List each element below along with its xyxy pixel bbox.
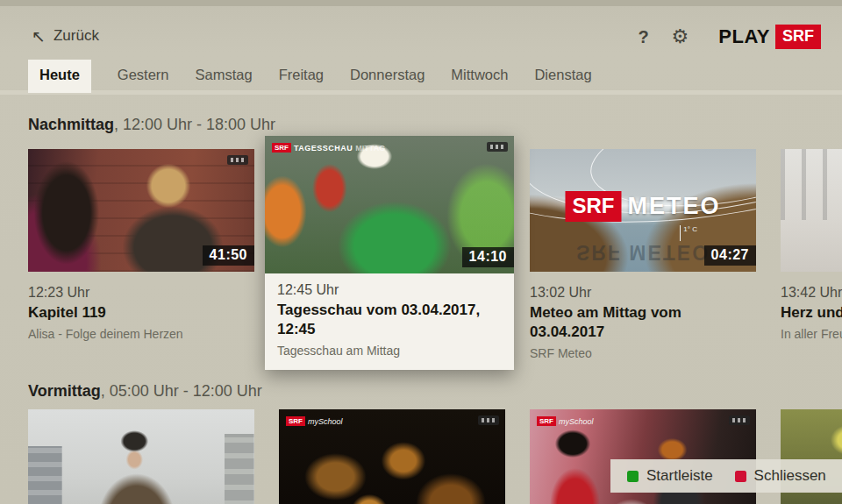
top-strip	[0, 0, 842, 6]
tab-gestern[interactable]: Gestern	[118, 60, 169, 93]
top-right-controls: ? ⚙ PLAY SRF	[638, 25, 821, 49]
channel-bug-icon	[729, 415, 750, 425]
logo-main-text: METEO	[627, 193, 720, 220]
srf-logo-badge: SRF	[272, 143, 291, 153]
section-time-range: , 12:00 Uhr - 18:00 Uhr	[114, 116, 275, 133]
program-card-tagesschau-selected[interactable]: SRF TAGESSCHAU MITTAG 14:10 12:45 Uhr Ta…	[265, 136, 514, 370]
srf-myschool-logo: SRF mySchool	[286, 416, 343, 426]
hint-green-label: Startleiste	[646, 467, 713, 485]
thumbnail-image: SRF TAGESSCHAU MITTAG 14:10	[265, 136, 514, 273]
tab-donnerstag[interactable]: Donnerstag	[350, 60, 425, 93]
screen: ↖ Zurück ? ⚙ PLAY SRF Heute Gestern Sams…	[0, 0, 842, 504]
tagesschau-logo: SRF TAGESSCHAU MITTAG	[272, 143, 385, 153]
thumbnail-image: SRF METEO SRF METEO 1° C 04:27	[530, 149, 756, 272]
program-card-kapitel-119[interactable]: 41:50 12:23 Uhr Kapitel 119 Alisa - Folg…	[28, 149, 254, 341]
tab-mittwoch[interactable]: Mittwoch	[451, 60, 508, 93]
duration-badge: 04:27	[704, 245, 756, 266]
program-card-street[interactable]	[28, 409, 254, 504]
tab-samstag[interactable]: Samstag	[196, 60, 253, 93]
temperature-label: 1° C	[680, 225, 697, 241]
section-header-nachmittag: Nachmittag, 12:00 Uhr - 18:00 Uhr	[28, 116, 275, 134]
thumbnail-image: SRF mySchool	[279, 409, 505, 504]
logo-reflection: SRF METEO	[576, 240, 710, 264]
red-key-icon	[735, 471, 746, 482]
section-time-range: , 05:00 Uhr - 12:00 Uhr	[101, 382, 262, 400]
duration-badge: 14:10	[462, 247, 514, 267]
card-caption: 13:42 Uhr Herz und M In aller Freun	[781, 272, 842, 341]
time-label: 12:45 Uhr	[277, 282, 502, 298]
show-label: Alisa - Folge deinem Herzen	[28, 327, 254, 341]
back-label: Zurück	[54, 27, 99, 45]
program-card-herz-und-mut[interactable]: 13:42 Uhr Herz und M In aller Freun	[781, 149, 842, 341]
card-caption: 12:23 Uhr Kapitel 119 Alisa - Folge dein…	[28, 272, 254, 341]
brand-srf-badge: SRF	[775, 25, 821, 49]
program-card-meteo[interactable]: SRF METEO SRF METEO 1° C 04:27 13:02 Uhr…	[530, 149, 756, 360]
logo-main-text: TAGESSCHAU	[294, 144, 353, 153]
program-card-ants[interactable]: SRF mySchool	[279, 409, 505, 504]
channel-bug-icon	[227, 155, 248, 165]
logo-sub-text: MITTAG	[355, 144, 385, 153]
thumbnail-image: 41:50	[28, 149, 254, 272]
back-arrow-icon: ↖	[32, 28, 46, 45]
time-label: 13:02 Uhr	[530, 285, 756, 301]
title-label: Kapitel 119	[28, 303, 254, 323]
section-title: Nachmittag	[28, 116, 114, 133]
back-button[interactable]: ↖ Zurück	[32, 27, 99, 45]
section-header-vormittag: Vormittag, 05:00 Uhr - 12:00 Uhr	[28, 382, 262, 401]
gear-icon[interactable]: ⚙	[672, 27, 689, 46]
srf-logo-badge: SRF	[565, 191, 621, 222]
logo-main-text: mySchool	[559, 417, 594, 426]
channel-bug-icon	[487, 142, 508, 152]
srf-logo-badge: SRF	[537, 416, 556, 426]
card-caption: 13:02 Uhr Meteo am Mittag vom 03.04.2017…	[530, 272, 756, 360]
title-label: Tagesschau vom 03.04.2017, 12:45	[277, 301, 502, 339]
thumbnail-image	[781, 149, 842, 272]
srf-myschool-logo: SRF mySchool	[537, 416, 594, 426]
title-label: Meteo am Mittag vom 03.04.2017	[530, 303, 756, 342]
time-label: 12:23 Uhr	[28, 285, 254, 301]
hint-red-key[interactable]: Schliessen	[735, 467, 826, 485]
help-icon[interactable]: ?	[638, 27, 648, 47]
green-key-icon	[627, 471, 639, 482]
duration-badge: 41:50	[203, 245, 254, 266]
logo-main-text: mySchool	[308, 417, 343, 426]
show-label: In aller Freun	[781, 327, 842, 341]
day-tab-bar: Heute Gestern Samstag Freitag Donnerstag…	[28, 60, 592, 93]
show-label: SRF Meteo	[530, 346, 756, 360]
section-title: Vormittag	[28, 382, 101, 400]
hint-red-label: Schliessen	[754, 467, 826, 485]
card-caption: 12:45 Uhr Tagesschau vom 03.04.2017, 12:…	[265, 273, 514, 370]
time-label: 13:42 Uhr	[781, 285, 842, 301]
channel-bug-icon	[478, 415, 499, 425]
tab-dienstag[interactable]: Dienstag	[534, 60, 591, 93]
srf-meteo-logo: SRF METEO	[565, 191, 720, 222]
brand-play-text: PLAY	[718, 25, 770, 48]
tab-heute[interactable]: Heute	[28, 60, 91, 93]
hint-bar: Startleiste Schliessen	[610, 459, 842, 493]
hint-green-key[interactable]: Startleiste	[627, 467, 713, 485]
thumbnail-image	[28, 409, 254, 504]
title-label: Herz und M	[781, 303, 842, 323]
srf-logo-badge: SRF	[286, 416, 305, 426]
play-srf-logo[interactable]: PLAY SRF	[718, 25, 821, 49]
show-label: Tagesschau am Mittag	[277, 344, 502, 358]
tab-freitag[interactable]: Freitag	[279, 60, 324, 93]
